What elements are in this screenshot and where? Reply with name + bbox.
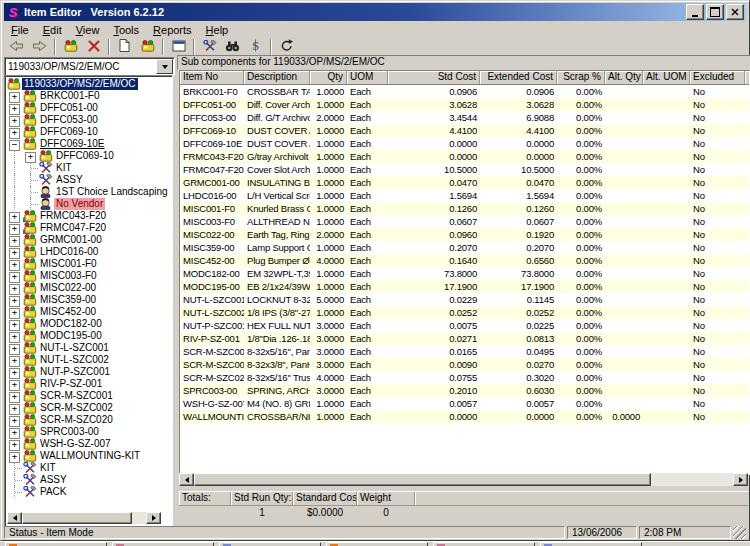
build-button[interactable] — [198, 38, 221, 56]
close-button[interactable] — [726, 4, 744, 20]
tree-item-scr-m-szc002[interactable]: +SCR-M-SZC002 — [7, 402, 170, 414]
open-item-button[interactable] — [59, 38, 82, 56]
column-header-alt_qty[interactable]: Alt. Qty — [605, 71, 643, 84]
tree-item-nut-p-szc001[interactable]: +NUT-P-SZC001 — [7, 366, 170, 378]
tree-item-kit[interactable]: KIT — [7, 162, 170, 174]
tree-item-dffc053-00[interactable]: +DFFC053-00 — [7, 114, 170, 126]
expand-plus-icon[interactable]: + — [7, 222, 23, 234]
tree-item-wsh-g-sz-007[interactable]: +WSH-G-SZ-007 — [7, 438, 170, 450]
scroll-right-button[interactable] — [146, 512, 161, 524]
grid-row-nut-l-szc001[interactable]: NUT-L-SZC001LOCKNUT 8-32 Flan5.0000Each0… — [180, 293, 749, 306]
forward-button[interactable] — [28, 38, 51, 56]
tree-item-dffc069-10e[interactable]: −DFFC069-10E — [7, 138, 170, 150]
scrollbar-track[interactable] — [132, 512, 146, 524]
back-button[interactable] — [5, 38, 28, 56]
tree-item-modc182-00[interactable]: +MODC182-00 — [7, 318, 170, 330]
tree-item-pack[interactable]: PACK — [7, 486, 170, 498]
grid-row-frmc043-f20[interactable]: FRMC043-F20G/tray Archivolt (Wa1.0000Eac… — [180, 150, 749, 163]
expand-plus-icon[interactable]: + — [7, 318, 23, 330]
tree-item-assy[interactable]: ASSY — [7, 474, 170, 486]
tree-horizontal-scrollbar[interactable] — [7, 512, 161, 524]
column-header-scrap[interactable]: Scrap % — [557, 71, 605, 84]
find-button[interactable] — [221, 38, 244, 56]
menu-file[interactable]: File — [4, 23, 36, 37]
menu-edit[interactable]: Edit — [36, 23, 69, 37]
expand-plus-icon[interactable]: + — [7, 270, 23, 282]
tree-item-misc003-f0[interactable]: +MISC003-F0 — [7, 270, 170, 282]
expand-plus-icon[interactable]: + — [7, 378, 23, 390]
expand-plus-icon[interactable]: + — [7, 102, 23, 114]
expand-plus-icon[interactable]: + — [7, 402, 23, 414]
grid-row-brkc001-f0[interactable]: BRKC001-F0CROSSBAR TAPPE1.0000Each0.0906… — [180, 85, 749, 98]
grid-row-misc452-00[interactable]: MISC452-00Plug Bumper Ø5/32"4.0000Each0.… — [180, 254, 749, 267]
expand-plus-icon[interactable]: + — [7, 282, 23, 294]
tree-item-119033-op-ms-2-em-oc[interactable]: 119033/OP/MS/2/EM/OC — [7, 78, 170, 90]
scroll-left-button[interactable] — [179, 473, 194, 486]
scrollbar-thumb[interactable] — [194, 473, 651, 486]
tree-item-kit[interactable]: KIT — [7, 462, 170, 474]
tree-item-dffc051-00[interactable]: +DFFC051-00 — [7, 102, 170, 114]
tree-item-misc022-00[interactable]: +MISC022-00 — [7, 282, 170, 294]
tree-item-scr-m-szc001[interactable]: +SCR-M-SZC001 — [7, 390, 170, 402]
column-header-uom[interactable]: UOM — [347, 71, 388, 84]
column-header-qty[interactable]: Qty — [310, 71, 347, 84]
collapse-minus-icon[interactable]: − — [7, 138, 23, 150]
tree-item-frmc043-f20[interactable]: +FRMC043-F20 — [7, 210, 170, 222]
column-header-item_no[interactable]: Item No — [180, 71, 244, 84]
expand-plus-icon[interactable]: + — [7, 450, 23, 462]
taskbar-button-sliver[interactable] — [326, 542, 428, 546]
title-bar[interactable]: S Item Editor Version 6.2.12 — [4, 3, 746, 21]
tree-item-dffc069-10[interactable]: +DFFC069-10 — [7, 150, 170, 162]
grid-row-scr-m-szc020[interactable]: SCR-M-SZC0208-32x5/16" TrussHd4.0000Each… — [180, 371, 749, 384]
new-item-button[interactable] — [136, 38, 159, 56]
expand-plus-icon[interactable]: + — [7, 426, 23, 438]
scroll-right-button[interactable] — [733, 473, 748, 486]
taskbar-button-sliver[interactable] — [540, 542, 642, 546]
grid-row-dffc069-10[interactable]: DFFC069-10DUST COVER ARCH1.0000Each4.410… — [180, 124, 749, 137]
taskbar-button-sliver[interactable] — [112, 542, 214, 546]
column-header-excluded[interactable]: Excluded — [690, 71, 745, 84]
expand-plus-icon[interactable]: + — [7, 390, 23, 402]
tree-item-frmc047-f20[interactable]: +FRMC047-F20 — [7, 222, 170, 234]
expand-plus-icon[interactable]: + — [7, 258, 23, 270]
grid-row-grmc001-00[interactable]: GRMC001-00INSULATING BUSH1.0000Each0.047… — [180, 176, 749, 189]
expand-plus-icon[interactable]: + — [7, 330, 23, 342]
tree-item-dffc069-10[interactable]: +DFFC069-10 — [7, 126, 170, 138]
taskbar-button-sliver[interactable] — [433, 542, 535, 546]
tree-item-nut-l-szc001[interactable]: +NUT-L-SZC001 — [7, 342, 170, 354]
expand-plus-icon[interactable]: + — [7, 126, 23, 138]
grid-row-dffc069-10e[interactable]: DFFC069-10EDUST COVER ARCH1.0000Each0.00… — [180, 137, 749, 150]
grid-row-wallmounting-k[interactable]: WALLMOUNTING-KCROSSBAR/NIPPLE1.0000Each0… — [180, 410, 749, 423]
tree-item-no-vendor[interactable]: No Vendor — [7, 198, 170, 210]
grid-row-lhdc016-00[interactable]: LHDC016-00L/H Vertical Screw F1.0000Each… — [180, 189, 749, 202]
column-header-std_cost[interactable]: Std Cost — [388, 71, 480, 84]
tree-item-1st-choice-landscaping-snow[interactable]: 1ST Choice Landscaping & Snow — [7, 186, 170, 198]
tree-item-sprc003-00[interactable]: +SPRC003-00 — [7, 426, 170, 438]
expand-plus-icon[interactable]: + — [7, 414, 23, 426]
scrollbar-thumb[interactable] — [22, 512, 132, 524]
cost-button[interactable]: S — [244, 38, 267, 56]
grid-row-misc022-00[interactable]: MISC022-00Earth Tag, Ring Crim2.0000Each… — [180, 228, 749, 241]
grid-row-riv-p-sz-001[interactable]: RIV-P-SZ-0011/8"Dia .126-.187"G3.0000Eac… — [180, 332, 749, 345]
refresh-button[interactable] — [275, 38, 298, 56]
menu-help[interactable]: Help — [199, 23, 236, 37]
grid-row-wsh-g-sz-007[interactable]: WSH-G-SZ-007M4 (NO. 8) GRIPWA1.0000Each0… — [180, 397, 749, 410]
scroll-left-button[interactable] — [7, 512, 22, 524]
expand-plus-icon[interactable]: + — [7, 246, 23, 258]
expand-plus-icon[interactable]: + — [7, 210, 23, 222]
grid-row-modc182-00[interactable]: MODC182-00EM 32WPL-T,39W F1.0000Each73.8… — [180, 267, 749, 280]
grid-row-misc359-00[interactable]: MISC359-00Lamp Support Clip S1.0000Each0… — [180, 241, 749, 254]
tree-item-riv-p-sz-001[interactable]: +RIV-P-SZ-001 — [7, 378, 170, 390]
tree-item-grmc001-00[interactable]: +GRMC001-00 — [7, 234, 170, 246]
resize-grip[interactable] — [733, 526, 746, 539]
delete-button[interactable] — [82, 38, 105, 56]
grid-row-dffc051-00[interactable]: DFFC051-00Diff. Cover Archivolt W1.0000E… — [180, 98, 749, 111]
tree-item-lhdc016-00[interactable]: +LHDC016-00 — [7, 246, 170, 258]
grid-row-nut-l-szc002[interactable]: NUT-L-SZC0021/8 IPS (3/8"-27) RE1.0000Ea… — [180, 306, 749, 319]
tree-item-misc001-f0[interactable]: +MISC001-F0 — [7, 258, 170, 270]
tree-item-scr-m-szc020[interactable]: +SCR-M-SZC020 — [7, 414, 170, 426]
minimize-button[interactable] — [686, 4, 704, 20]
expand-plus-icon[interactable]: + — [7, 294, 23, 306]
tree-item-wallmounting-kit[interactable]: +WALLMOUNTING-KIT — [7, 450, 170, 462]
tree-item-misc452-00[interactable]: +MISC452-00 — [7, 306, 170, 318]
